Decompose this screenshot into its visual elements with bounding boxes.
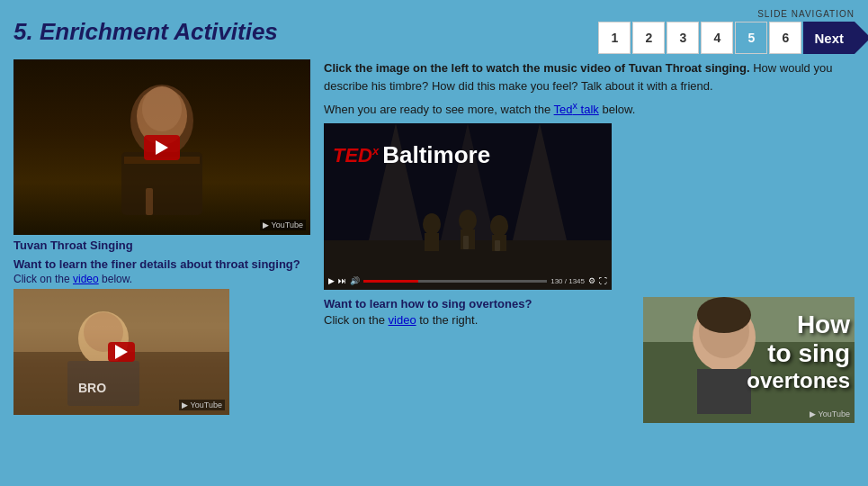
slide-nav-container: SLIDE NAVIGATION 1 2 3 4 5 6 Next — [598, 9, 855, 54]
description-text: Click the image on the left to watch the… — [324, 59, 855, 94]
tedx-x-text: x — [372, 144, 379, 158]
want-overtones-text: Want to learn how to sing overtones? Cli… — [324, 297, 634, 327]
tedx-link-text: Ted — [554, 103, 573, 116]
click-suffix: below. — [99, 273, 132, 285]
video-link-2[interactable]: video — [389, 313, 416, 327]
slide-btn-4[interactable]: 4 — [701, 22, 733, 54]
bottom-right-section: Want to learn how to sing overtones? Cli… — [324, 297, 855, 423]
svg-text:BRO: BRO — [78, 381, 106, 395]
overtones-to-sing: to sing — [747, 339, 850, 368]
overtones-youtube: ▶ YouTube — [810, 410, 850, 418]
tedx-title-overlay: TEDx Baltimore — [333, 141, 603, 169]
click-right-prefix: Click on the — [324, 313, 389, 327]
tedx-time: 130 / 1345 — [550, 277, 585, 285]
tedx-link[interactable]: Tedx talk — [554, 103, 599, 116]
overtones-video-thumb[interactable]: How to sing overtones ▶ YouTube — [643, 297, 855, 423]
click-video-line: Click on the video below. — [13, 273, 310, 285]
tedx-controls: ▶ ⏭ 🔊 130 / 1345 ⚙ ⛶ — [328, 276, 607, 285]
page-container: 5. Enrichment Activities SLIDE NAVIGATIO… — [0, 0, 868, 486]
tedx-red-text: TEDx — [333, 144, 379, 167]
want-overtones-label: Want to learn how to sing overtones? — [324, 297, 634, 310]
click-right-suffix: to the right. — [416, 313, 479, 327]
throat-detail-video-thumb[interactable]: BRO ▶ YouTube — [13, 289, 229, 415]
tedx-fullscreen-btn[interactable]: ⛶ — [599, 276, 607, 285]
svg-rect-23 — [463, 236, 469, 249]
youtube-label-2: ▶ YouTube — [179, 400, 225, 410]
main-content: ▶ YouTube Tuvan Throat Singing Want to l… — [0, 59, 868, 423]
svg-point-2 — [142, 86, 182, 131]
video-caption-1: Tuvan Throat Singing — [13, 238, 310, 252]
svg-point-29 — [697, 297, 751, 333]
svg-point-19 — [459, 210, 477, 231]
tedx-link-suffix: talk — [577, 103, 599, 116]
click-prefix: Click on the — [13, 273, 73, 285]
left-column: ▶ YouTube Tuvan Throat Singing Want to l… — [13, 59, 310, 423]
svg-rect-24 — [495, 240, 500, 251]
slide-btn-5[interactable]: 5 — [735, 22, 767, 54]
tedx-progress-bar[interactable] — [363, 280, 547, 283]
svg-point-17 — [423, 213, 441, 235]
click-right-line: Click on the video to the right. — [324, 313, 634, 327]
watch-prefix: When you are ready to see more, watch th… — [324, 103, 554, 116]
slide-btn-2[interactable]: 2 — [632, 22, 665, 54]
play-button-1[interactable] — [144, 135, 180, 160]
tuvan-video-thumb[interactable]: ▶ YouTube — [13, 59, 310, 235]
tedx-settings-btn[interactable]: ⚙ — [588, 276, 595, 285]
watch-line: When you are ready to see more, watch th… — [324, 100, 855, 116]
tedx-skip-btn[interactable]: ⏭ — [338, 276, 346, 285]
overtones-overtones: overtones — [747, 368, 850, 393]
slide-btn-6[interactable]: 6 — [769, 22, 801, 54]
svg-rect-18 — [425, 233, 439, 251]
want-to-learn-label: Want to learn the finer details about th… — [13, 257, 310, 271]
header: 5. Enrichment Activities SLIDE NAVIGATIO… — [0, 0, 868, 59]
svg-rect-30 — [697, 369, 751, 414]
video-link-1[interactable]: video — [73, 273, 99, 285]
svg-point-21 — [490, 215, 508, 237]
want-overtones-section: Want to learn how to sing overtones? Cli… — [324, 297, 634, 327]
page-title: 5. Enrichment Activities — [13, 18, 278, 46]
play-button-2[interactable] — [108, 342, 135, 362]
tedx-play-btn[interactable]: ▶ — [328, 276, 335, 285]
tedx-video-thumb[interactable]: TEDx Baltimore ▶ ⏭ 🔊 130 / 1345 ⚙ ⛶ — [324, 123, 612, 290]
overtones-text-overlay: How to sing overtones — [747, 310, 850, 393]
slide-btn-3[interactable]: 3 — [667, 22, 699, 54]
tedx-progress-fill — [363, 280, 418, 283]
watch-suffix: below. — [599, 103, 635, 116]
bottom-left-section: Want to learn the finer details about th… — [13, 257, 310, 415]
right-column: Click the image on the left to watch the… — [324, 59, 855, 423]
svg-rect-5 — [146, 188, 153, 215]
tedx-vol-btn[interactable]: 🔊 — [350, 276, 360, 285]
next-button[interactable]: Next — [803, 22, 855, 54]
slide-nav-label: SLIDE NAVIGATION — [757, 9, 855, 19]
desc-strong: Click the image on the left to watch the… — [324, 61, 750, 75]
slide-nav-buttons: 1 2 3 4 5 6 Next — [598, 22, 855, 54]
overtones-how: How — [747, 310, 850, 339]
slide-btn-1[interactable]: 1 — [598, 22, 631, 54]
desc-main: Click the image on the left to watch the… — [324, 61, 832, 93]
youtube-label-1: ▶ YouTube — [260, 220, 306, 230]
tedx-baltimore-text: Baltimore — [382, 141, 490, 169]
